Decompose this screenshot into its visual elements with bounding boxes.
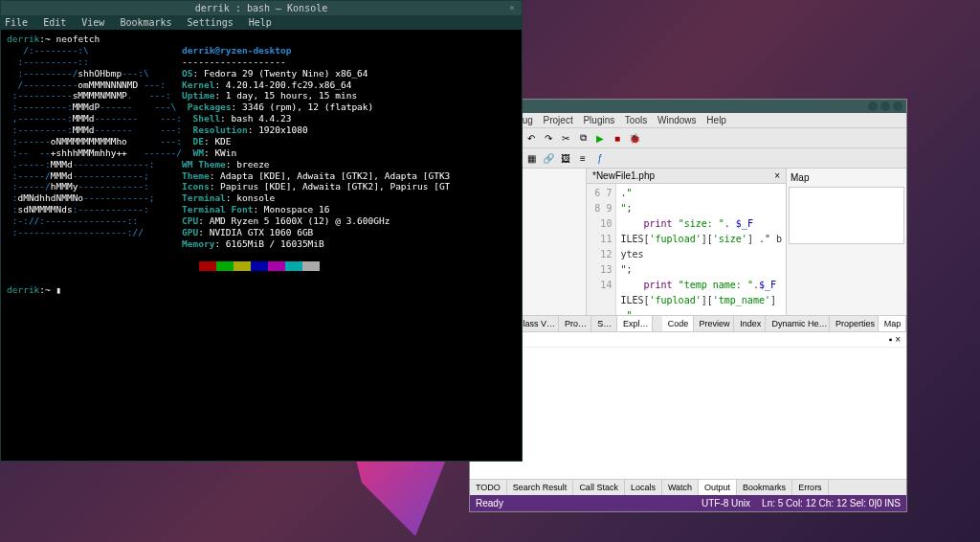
tab-locals[interactable]: Locals <box>625 480 662 495</box>
ide-toolbar: 📄 📂 💾 ↶ ↷ ✂ ⧉ ▶ ■ 🐞 <box>470 128 906 148</box>
map-label: Map <box>789 170 904 185</box>
close-icon[interactable] <box>893 102 902 111</box>
tab-explorer[interactable]: Expl… <box>617 316 653 331</box>
table-icon[interactable]: ▦ <box>523 150 539 166</box>
link-icon[interactable]: 🔗 <box>541 150 556 166</box>
tab-preview[interactable]: Preview <box>694 316 735 331</box>
tab-map[interactable]: Map <box>879 316 906 331</box>
ide-main: Servers *NewFile1.php × 6 7 8 9 10 11 12… <box>470 169 906 315</box>
menu-help[interactable]: Help <box>706 115 726 125</box>
ide-panel-tabs: Struct… Class V… Pro… S… Expl… Code Prev… <box>470 315 906 331</box>
editor-code[interactable]: .""; print "size: ". $_F ILES['fupload']… <box>616 184 786 315</box>
stop-icon[interactable]: ■ <box>610 130 625 146</box>
editor-tab[interactable]: *NewFile1.php × <box>587 169 786 184</box>
ide-toolbar-2: B I U ▦ 🔗 🖼 ≡ ƒ <box>470 148 906 169</box>
redo-icon[interactable]: ↷ <box>541 130 556 146</box>
menu-view[interactable]: View <box>81 17 104 28</box>
tab-output[interactable]: Output <box>699 480 737 495</box>
cut-icon[interactable]: ✂ <box>558 130 573 146</box>
ide-window: View Debug Project Plugins Tools Windows… <box>469 99 907 512</box>
tab-watch[interactable]: Watch <box>662 480 699 495</box>
tab-search[interactable]: Search Result <box>507 480 574 495</box>
ide-right-panel: Map <box>786 169 906 315</box>
tab-label: *NewFile1.php <box>592 170 655 181</box>
list-icon[interactable]: ≡ <box>575 150 590 166</box>
ide-bottom-tabs: TODO Search Result Call Stack Locals Wat… <box>470 479 906 495</box>
tab-index[interactable]: Index <box>734 316 766 331</box>
menu-help[interactable]: Help <box>249 17 272 28</box>
output-panel: Output ▪ × <box>470 331 906 479</box>
ide-statusbar: Ready UTF-8 Unix Ln: 5 Col: 12 Ch: 12 Se… <box>470 495 906 511</box>
menu-plugins[interactable]: Plugins <box>583 115 614 125</box>
tab-properties[interactable]: Properties <box>830 316 879 331</box>
tab-bookmarks[interactable]: Bookmarks <box>737 480 792 495</box>
ide-menubar: View Debug Project Plugins Tools Windows… <box>470 113 906 128</box>
menu-edit[interactable]: Edit <box>43 17 66 28</box>
tab-code[interactable]: Code <box>662 316 694 331</box>
menu-windows[interactable]: Windows <box>657 115 697 125</box>
tab-project[interactable]: Pro… <box>559 316 591 331</box>
run-icon[interactable]: ▶ <box>592 130 608 146</box>
menu-file[interactable]: File <box>5 17 28 28</box>
tab-dynamic[interactable]: Dynamic He… <box>766 316 830 331</box>
terminal-menubar: File Edit View Bookmarks Settings Help <box>1 15 522 30</box>
menu-project[interactable]: Project <box>544 115 573 125</box>
terminal-window: derrik : bash — Konsole × File Edit View… <box>0 0 523 462</box>
tab-todo[interactable]: TODO <box>470 480 507 495</box>
status-ready: Ready <box>476 498 503 508</box>
terminal-body[interactable]: derrik:~ neofetch /:--------:\ derrik@ry… <box>1 30 522 461</box>
tab-errors[interactable]: Errors <box>792 480 829 495</box>
ide-editor: *NewFile1.php × 6 7 8 9 10 11 12 13 14 .… <box>587 169 786 315</box>
ide-titlebar[interactable] <box>470 100 906 113</box>
copy-icon[interactable]: ⧉ <box>575 130 590 146</box>
debug-icon[interactable]: 🐞 <box>627 130 642 146</box>
tab-callstack[interactable]: Call Stack <box>573 480 625 495</box>
editor-gutter: 6 7 8 9 10 11 12 13 14 <box>587 184 616 315</box>
terminal-titlebar[interactable]: derrik : bash — Konsole × <box>1 1 522 15</box>
status-position: Ln: 5 Col: 12 Ch: 12 Sel: 0|0 INS <box>762 498 901 508</box>
maximize-icon[interactable] <box>880 102 890 111</box>
function-icon[interactable]: ƒ <box>592 150 608 166</box>
output-close-icon[interactable]: ▪ × <box>889 334 901 345</box>
image-icon[interactable]: 🖼 <box>558 150 573 166</box>
menu-settings[interactable]: Settings <box>188 17 234 28</box>
tab-s[interactable]: S… <box>591 316 617 331</box>
minimap[interactable] <box>789 187 904 244</box>
minimize-icon[interactable] <box>868 102 878 111</box>
status-encoding: UTF-8 Unix <box>702 498 750 508</box>
close-icon[interactable]: × <box>506 3 518 14</box>
menu-bookmarks[interactable]: Bookmarks <box>120 17 171 28</box>
terminal-title: derrik : bash — Konsole <box>195 3 327 13</box>
editor-content[interactable]: 6 7 8 9 10 11 12 13 14 .""; print "size:… <box>587 184 786 315</box>
undo-icon[interactable]: ↶ <box>523 130 539 146</box>
tab-close-icon[interactable]: × <box>774 170 780 181</box>
menu-tools[interactable]: Tools <box>625 115 647 125</box>
